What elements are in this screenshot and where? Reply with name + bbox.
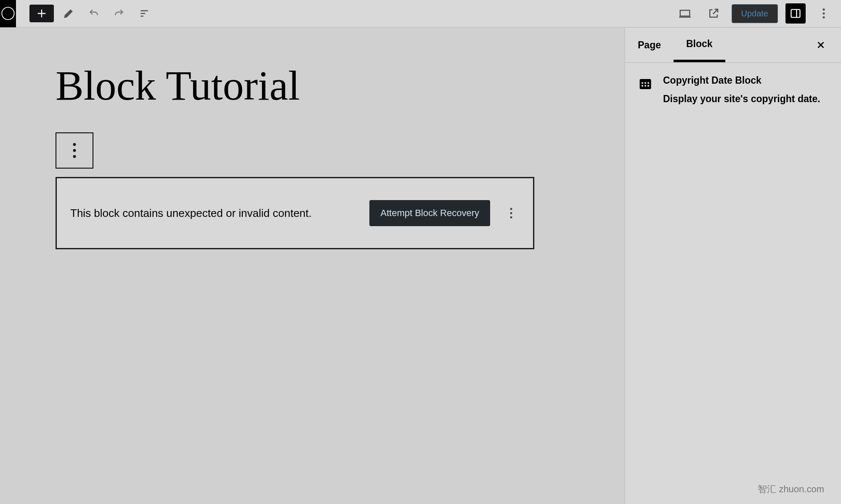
- top-toolbar: Update: [0, 0, 841, 28]
- top-toolbar-left: [0, 0, 155, 27]
- sidebar-body: Copyright Date Block Display your site's…: [625, 63, 841, 117]
- block-card-text: Copyright Date Block Display your site's…: [663, 75, 820, 106]
- svg-rect-15: [647, 82, 649, 84]
- sidebar-tabs: Page Block: [625, 28, 841, 63]
- svg-rect-18: [647, 85, 649, 87]
- block-card-description: Display your site's copyright date.: [663, 92, 820, 106]
- external-view-button[interactable]: [703, 3, 724, 24]
- page-title[interactable]: Block Tutorial: [56, 61, 569, 110]
- svg-point-4: [822, 12, 825, 14]
- svg-point-8: [73, 155, 76, 158]
- block-options-button[interactable]: [56, 132, 93, 169]
- attempt-recovery-button[interactable]: Attempt Block Recovery: [369, 200, 490, 226]
- update-button[interactable]: Update: [732, 4, 778, 23]
- edit-tools-button[interactable]: [58, 3, 79, 24]
- block-card-title: Copyright Date Block: [663, 75, 820, 86]
- top-toolbar-right: Update: [674, 3, 835, 24]
- editor-canvas: Block Tutorial This block contains unexp…: [0, 28, 624, 504]
- svg-rect-14: [645, 82, 646, 84]
- svg-point-6: [73, 143, 76, 146]
- document-overview-button[interactable]: [134, 3, 155, 24]
- options-button[interactable]: [813, 3, 834, 24]
- view-button[interactable]: [674, 3, 695, 24]
- sidebar-toggle-button[interactable]: [785, 3, 806, 24]
- close-sidebar-button[interactable]: [812, 37, 829, 53]
- svg-rect-16: [642, 85, 643, 87]
- svg-rect-1: [680, 11, 690, 16]
- svg-point-7: [73, 149, 76, 152]
- svg-rect-13: [642, 82, 643, 84]
- redo-button[interactable]: [109, 3, 130, 24]
- invalid-block-message: This block contains unexpected or invali…: [70, 207, 353, 220]
- calendar-icon: [638, 77, 653, 92]
- wordpress-logo[interactable]: [0, 0, 16, 27]
- tab-block[interactable]: Block: [674, 28, 725, 62]
- svg-rect-2: [791, 10, 800, 18]
- block-card: Copyright Date Block Display your site's…: [638, 75, 828, 106]
- svg-point-3: [822, 8, 825, 11]
- watermark: 智汇 zhuon.com: [758, 483, 824, 496]
- undo-button[interactable]: [83, 3, 104, 24]
- settings-sidebar: Page Block: [624, 28, 841, 504]
- svg-rect-12: [640, 79, 651, 89]
- svg-rect-17: [645, 85, 646, 87]
- tab-page[interactable]: Page: [625, 28, 674, 62]
- invalid-block-actions: Attempt Block Recovery: [369, 200, 520, 226]
- svg-point-10: [510, 212, 512, 214]
- svg-point-5: [822, 16, 825, 18]
- add-block-button[interactable]: [29, 5, 54, 22]
- svg-point-11: [510, 216, 512, 219]
- invalid-block[interactable]: This block contains unexpected or invali…: [56, 177, 534, 249]
- invalid-block-more-button[interactable]: [503, 203, 520, 224]
- svg-point-0: [2, 7, 14, 19]
- svg-point-9: [510, 208, 512, 210]
